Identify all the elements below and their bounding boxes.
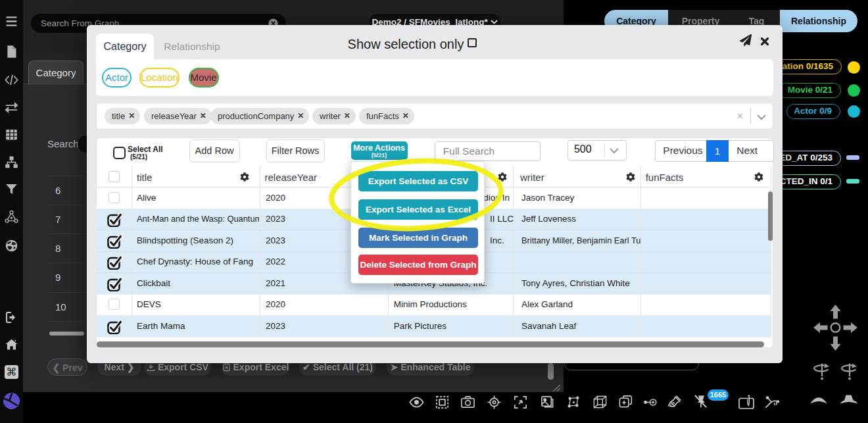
svg-text:⌘: ⌘ [6,366,16,378]
